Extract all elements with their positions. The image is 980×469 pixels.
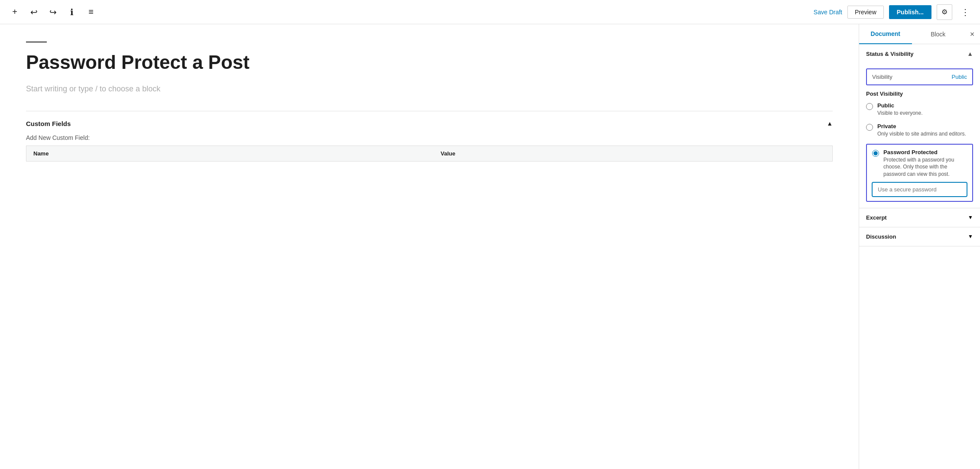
add-block-button[interactable]: +: [7, 4, 23, 20]
tab-document[interactable]: Document: [859, 24, 912, 44]
password-input-wrapper: [872, 182, 967, 197]
publish-button[interactable]: Publish...: [889, 5, 931, 19]
excerpt-panel: Excerpt ▼: [859, 208, 980, 227]
sidebar-close-button[interactable]: ×: [964, 26, 980, 42]
custom-fields-table: Name Value: [26, 146, 833, 162]
radio-option-password-box: Password Protected Protected with a pass…: [866, 144, 973, 202]
col-value-header: Value: [434, 146, 832, 161]
add-icon: +: [12, 7, 17, 17]
custom-fields-section: Custom Fields ▲ Add New Custom Field: Na…: [26, 111, 833, 162]
info-button[interactable]: ℹ: [64, 4, 80, 20]
editor-area: Password Protect a Post Start writing or…: [0, 24, 859, 469]
radio-public-desc: Visible to everyone.: [877, 110, 923, 117]
radio-private-desc: Only visible to site admins and editors.: [877, 130, 966, 138]
info-icon: ℹ: [70, 7, 74, 17]
radio-private-content: Private Only visible to site admins and …: [877, 123, 966, 138]
radio-password-label: Password Protected: [883, 149, 967, 155]
more-options-button[interactable]: ⋮: [957, 4, 973, 20]
status-visibility-title: Status & Visibility: [866, 51, 914, 57]
settings-icon: ⚙: [941, 8, 948, 16]
password-protected-inner: Password Protected Protected with a pass…: [872, 149, 967, 178]
custom-fields-toggle-icon: ▲: [827, 120, 833, 127]
discussion-header[interactable]: Discussion ▼: [859, 227, 980, 246]
visibility-value: Public: [952, 74, 967, 80]
excerpt-title: Excerpt: [866, 214, 887, 221]
radio-password[interactable]: [872, 150, 879, 157]
menu-icon: ≡: [88, 7, 94, 17]
radio-private[interactable]: [866, 124, 873, 131]
visibility-row[interactable]: Visibility Public: [866, 68, 973, 85]
custom-fields-header[interactable]: Custom Fields ▲: [26, 120, 833, 134]
radio-option-private: Private Only visible to site admins and …: [866, 123, 973, 138]
status-visibility-panel: Status & Visibility ▲ Visibility Public …: [859, 44, 980, 208]
redo-button[interactable]: ↪: [45, 4, 61, 20]
custom-fields-label: Custom Fields: [26, 120, 71, 127]
excerpt-header[interactable]: Excerpt ▼: [859, 208, 980, 227]
password-input[interactable]: [872, 182, 967, 197]
preview-button[interactable]: Preview: [847, 6, 884, 19]
toolbar-left: + ↩ ↪ ℹ ≡: [7, 4, 99, 20]
discussion-title: Discussion: [866, 233, 896, 240]
radio-password-desc: Protected with a password you choose. On…: [883, 156, 967, 178]
undo-icon: ↩: [30, 7, 38, 17]
main-layout: Password Protect a Post Start writing or…: [0, 24, 980, 469]
sidebar: Document Block × Status & Visibility ▲ V…: [859, 24, 980, 469]
radio-password-content: Password Protected Protected with a pass…: [883, 149, 967, 178]
status-visibility-header[interactable]: Status & Visibility ▲: [859, 44, 980, 63]
radio-option-public: Public Visible to everyone.: [866, 102, 973, 117]
radio-public[interactable]: [866, 103, 873, 110]
excerpt-toggle-icon: ▼: [968, 214, 973, 220]
post-visibility-title: Post Visibility: [866, 91, 973, 97]
toolbar: + ↩ ↪ ℹ ≡ Save Draft Preview Publish... …: [0, 0, 980, 24]
more-icon: ⋮: [961, 7, 970, 17]
toolbar-right: Save Draft Preview Publish... ⚙ ⋮: [814, 4, 973, 20]
settings-button[interactable]: ⚙: [937, 4, 952, 20]
discussion-toggle-icon: ▼: [968, 233, 973, 239]
post-visibility-expanded: Post Visibility Public Visible to everyo…: [859, 85, 980, 202]
visibility-label: Visibility: [872, 74, 892, 80]
title-divider: [26, 42, 47, 42]
sidebar-tabs: Document Block ×: [859, 24, 980, 44]
editor-placeholder[interactable]: Start writing or type / to choose a bloc…: [26, 84, 833, 94]
block-navigation-button[interactable]: ≡: [83, 4, 99, 20]
add-new-custom-field-label: Add New Custom Field:: [26, 134, 833, 141]
status-visibility-toggle-icon: ▲: [967, 50, 973, 57]
redo-icon: ↪: [49, 7, 57, 17]
save-draft-button[interactable]: Save Draft: [814, 9, 842, 16]
post-title[interactable]: Password Protect a Post: [26, 51, 833, 74]
undo-button[interactable]: ↩: [26, 4, 42, 20]
discussion-panel: Discussion ▼: [859, 227, 980, 246]
radio-private-label: Private: [877, 123, 966, 129]
radio-public-content: Public Visible to everyone.: [877, 102, 923, 117]
col-name-header: Name: [26, 146, 434, 161]
tab-block[interactable]: Block: [912, 24, 965, 44]
radio-public-label: Public: [877, 102, 923, 109]
